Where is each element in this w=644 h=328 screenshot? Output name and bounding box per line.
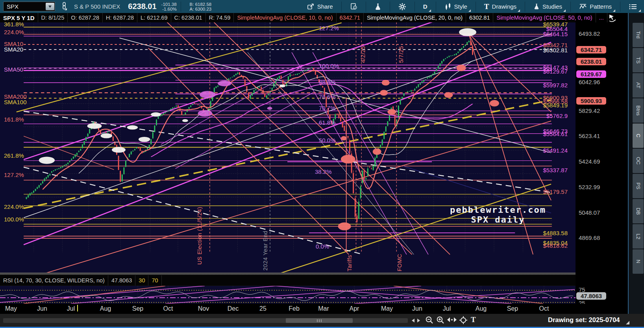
study-value: ...	[596, 13, 607, 22]
sidebar-tab-trd[interactable]: Trd	[633, 23, 644, 47]
symbol-value: SPX	[4, 3, 46, 10]
axis-price-badge: 5900.93	[576, 97, 606, 105]
time-axis-month-label: Oct	[159, 305, 177, 312]
sidebar-tab-ts[interactable]: TS	[633, 48, 644, 72]
ohlc-field: R: 74.59	[206, 13, 234, 22]
rsi-overbought-param: 70	[148, 275, 161, 286]
axis-price-tick: 5232.99	[579, 184, 600, 190]
rsi-axis-low: 25	[579, 300, 585, 304]
axis-price-tick: 6042.96	[579, 79, 600, 85]
time-axis-month-label: Sep	[504, 305, 521, 312]
time-axis-month-label: Jul	[62, 305, 80, 312]
onDemand-button[interactable]	[370, 0, 386, 13]
expand-horizontal-button[interactable]	[447, 317, 457, 324]
time-axis-month-label: May	[378, 305, 396, 312]
sidebar-tab-btns[interactable]: Btns	[633, 98, 644, 123]
change-block: -101.38 -1.60%	[161, 2, 177, 11]
axis-price-tick: 5048.07	[579, 209, 600, 216]
sidebar-tab-c[interactable]: C	[633, 123, 644, 148]
pane-splitter[interactable]	[0, 273, 628, 275]
pan-mode-button[interactable]	[459, 316, 468, 326]
study-label[interactable]: SimpleMovingAvg (CLOSE, 20, 0, no)	[364, 13, 466, 22]
drawings-button[interactable]: T Drawings	[480, 0, 521, 13]
time-axis[interactable]: MayJunJulAugSepOctNovDec25FebMarAprMayJu…	[0, 304, 628, 314]
price-axis[interactable]: 6493.826042.965829.425623.415424.695232.…	[576, 22, 628, 304]
axis-price-tick: 4869.68	[579, 234, 600, 241]
moving-average-lines	[43, 48, 472, 190]
studies-button[interactable]: Studies	[529, 0, 566, 13]
time-axis-month-label: Nov	[195, 305, 212, 312]
axis-price-tick: 5424.69	[579, 158, 600, 165]
chart-menu-button[interactable]	[624, 0, 642, 13]
bid-value: B: 6182.58	[190, 2, 212, 7]
chart-scrollbar-thumb[interactable]	[286, 318, 353, 323]
rsi-study-label[interactable]: RSI (14, 70, 30, CLOSE, WILDERS, no)	[0, 275, 108, 286]
rsi-oversold-param: 30	[135, 275, 148, 286]
sidebar-tab-n[interactable]: N	[633, 249, 644, 274]
time-axis-month-label: Dec	[224, 305, 242, 312]
thinkorswim-chart-window: { "toolbar": { "symbol": "SPX", "symbol_…	[0, 0, 644, 328]
rsi-svg	[0, 286, 576, 304]
gadget-sidebar: TrdTSATBtnsCOCPSDBL2N	[628, 13, 644, 314]
gear-icon	[398, 3, 406, 11]
pointer-tool-icon[interactable]	[609, 14, 617, 24]
sidebar-tab-oc[interactable]: OC	[633, 149, 644, 173]
zoom-in-button[interactable]	[436, 316, 445, 326]
text-note-button[interactable]: T	[471, 315, 476, 324]
main-chart-canvas[interactable]	[0, 22, 576, 273]
study-value: 6302.81	[466, 13, 493, 22]
chart-style-icon	[444, 3, 452, 10]
sidebar-tab-db[interactable]: DB	[633, 199, 644, 223]
ohlc-field: C: 6238.01	[171, 13, 206, 22]
drawing-set-selector[interactable]: Drawing set: 2025-0704	[548, 316, 620, 324]
scroll-right-arrow[interactable]	[417, 319, 420, 322]
chart-describe-button[interactable]	[346, 0, 362, 13]
timeframe-button[interactable]: D	[419, 0, 432, 13]
axis-price-tick: 5623.41	[579, 133, 600, 139]
rsi-pane-canvas[interactable]	[0, 286, 576, 304]
horizontal-expand-icon	[447, 317, 457, 323]
symbol-description: S & P 500 INDEX	[74, 3, 120, 10]
zoom-out-icon	[425, 316, 434, 324]
zoom-out-button[interactable]	[425, 316, 434, 326]
time-axis-month-label: 25	[254, 305, 272, 312]
toolbar-right-group: Share D Style	[303, 0, 642, 13]
study-label[interactable]: SimpleMovingAvg (CLOSE, 50, 0, no)	[493, 13, 596, 22]
sidebar-tab-l2[interactable]: L2	[633, 224, 644, 249]
symbol-input[interactable]: SPX	[3, 2, 55, 11]
sidebar-tab-ps[interactable]: PS	[633, 174, 644, 198]
studies-flask-icon	[533, 3, 540, 10]
chart-scrollbar[interactable]	[3, 318, 408, 323]
axis-price-tick: 6493.82	[579, 30, 600, 37]
rsi-header: RSI (14, 70, 30, CLOSE, WILDERS, no) 47.…	[0, 275, 576, 286]
axis-price-badge: 6342.71	[576, 46, 606, 53]
style-button[interactable]: Style	[440, 0, 472, 13]
rsi-value: 47.8063	[108, 275, 135, 286]
time-axis-month-label: Sep	[129, 305, 146, 312]
patterns-icon	[579, 3, 587, 10]
time-axis-month-label: Jul	[438, 305, 455, 312]
time-axis-month-label: Mar	[315, 305, 332, 312]
flask-icon	[374, 3, 381, 11]
last-price: 6238.01	[128, 2, 156, 11]
share-icon	[307, 3, 315, 10]
share-button[interactable]: Share	[303, 0, 337, 13]
study-label[interactable]: SimpleMovingAvg (CLOSE, 10, 0, no)	[234, 13, 336, 22]
time-axis-month-label: Aug	[97, 305, 114, 312]
axis-price-tick: 5829.42	[579, 107, 600, 114]
ask-value: A: 6300.23	[190, 7, 212, 11]
chart-title-cell[interactable]: SPX 5 Y 1D	[0, 13, 38, 22]
axis-price-badge: 6238.01	[576, 58, 606, 65]
symbol-dropdown-button[interactable]	[46, 3, 54, 10]
change-percent: -1.60%	[162, 7, 176, 11]
sidebar-tab-at[interactable]: AT	[633, 73, 644, 98]
link-channel-icon[interactable]	[61, 2, 68, 11]
drawings-T-icon: T	[484, 2, 489, 11]
settings-button[interactable]	[394, 0, 411, 13]
patterns-button[interactable]: Patterns	[575, 0, 616, 13]
notes-icon	[350, 3, 357, 10]
time-axis-month-label: Oct	[535, 305, 553, 312]
top-toolbar: SPX S & P 500 INDEX 6238.01 -101.38 -1.6…	[0, 0, 644, 13]
study-value: 6342.71	[337, 13, 364, 22]
scroll-left-arrow[interactable]	[412, 319, 415, 322]
